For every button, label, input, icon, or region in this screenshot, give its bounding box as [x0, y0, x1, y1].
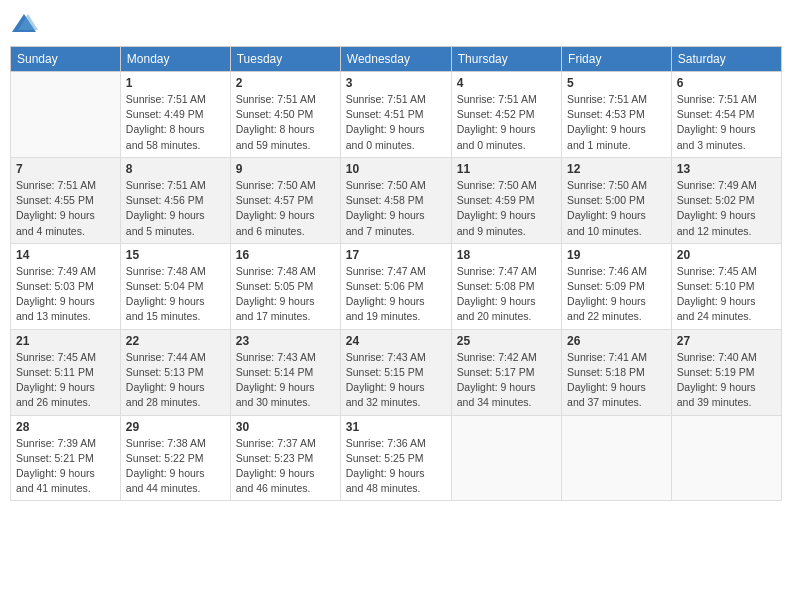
- calendar-cell: 28Sunrise: 7:39 AMSunset: 5:21 PMDayligh…: [11, 415, 121, 501]
- day-detail: Sunrise: 7:36 AMSunset: 5:25 PMDaylight:…: [346, 436, 446, 497]
- day-number: 1: [126, 76, 225, 90]
- calendar-cell: 22Sunrise: 7:44 AMSunset: 5:13 PMDayligh…: [120, 329, 230, 415]
- calendar-cell: 20Sunrise: 7:45 AMSunset: 5:10 PMDayligh…: [671, 243, 781, 329]
- day-detail: Sunrise: 7:51 AMSunset: 4:50 PMDaylight:…: [236, 92, 335, 153]
- day-detail: Sunrise: 7:50 AMSunset: 4:58 PMDaylight:…: [346, 178, 446, 239]
- day-detail: Sunrise: 7:51 AMSunset: 4:49 PMDaylight:…: [126, 92, 225, 153]
- day-detail: Sunrise: 7:51 AMSunset: 4:52 PMDaylight:…: [457, 92, 556, 153]
- day-number: 12: [567, 162, 666, 176]
- day-detail: Sunrise: 7:49 AMSunset: 5:03 PMDaylight:…: [16, 264, 115, 325]
- calendar-cell: 23Sunrise: 7:43 AMSunset: 5:14 PMDayligh…: [230, 329, 340, 415]
- page-header: [10, 10, 782, 38]
- day-detail: Sunrise: 7:45 AMSunset: 5:11 PMDaylight:…: [16, 350, 115, 411]
- calendar-cell: 5Sunrise: 7:51 AMSunset: 4:53 PMDaylight…: [562, 72, 672, 158]
- calendar-cell: [451, 415, 561, 501]
- calendar-week-3: 14Sunrise: 7:49 AMSunset: 5:03 PMDayligh…: [11, 243, 782, 329]
- day-number: 18: [457, 248, 556, 262]
- calendar-cell: 7Sunrise: 7:51 AMSunset: 4:55 PMDaylight…: [11, 157, 121, 243]
- day-number: 26: [567, 334, 666, 348]
- calendar-cell: 19Sunrise: 7:46 AMSunset: 5:09 PMDayligh…: [562, 243, 672, 329]
- header-friday: Friday: [562, 47, 672, 72]
- day-number: 10: [346, 162, 446, 176]
- calendar-cell: 3Sunrise: 7:51 AMSunset: 4:51 PMDaylight…: [340, 72, 451, 158]
- day-detail: Sunrise: 7:39 AMSunset: 5:21 PMDaylight:…: [16, 436, 115, 497]
- day-detail: Sunrise: 7:37 AMSunset: 5:23 PMDaylight:…: [236, 436, 335, 497]
- calendar-body: 1Sunrise: 7:51 AMSunset: 4:49 PMDaylight…: [11, 72, 782, 501]
- day-number: 27: [677, 334, 776, 348]
- header-thursday: Thursday: [451, 47, 561, 72]
- calendar-cell: 13Sunrise: 7:49 AMSunset: 5:02 PMDayligh…: [671, 157, 781, 243]
- day-detail: Sunrise: 7:46 AMSunset: 5:09 PMDaylight:…: [567, 264, 666, 325]
- header-saturday: Saturday: [671, 47, 781, 72]
- calendar-header-row: SundayMondayTuesdayWednesdayThursdayFrid…: [11, 47, 782, 72]
- day-detail: Sunrise: 7:49 AMSunset: 5:02 PMDaylight:…: [677, 178, 776, 239]
- day-detail: Sunrise: 7:47 AMSunset: 5:08 PMDaylight:…: [457, 264, 556, 325]
- day-number: 23: [236, 334, 335, 348]
- day-number: 13: [677, 162, 776, 176]
- calendar-cell: 26Sunrise: 7:41 AMSunset: 5:18 PMDayligh…: [562, 329, 672, 415]
- day-detail: Sunrise: 7:50 AMSunset: 4:57 PMDaylight:…: [236, 178, 335, 239]
- header-wednesday: Wednesday: [340, 47, 451, 72]
- day-detail: Sunrise: 7:41 AMSunset: 5:18 PMDaylight:…: [567, 350, 666, 411]
- day-number: 8: [126, 162, 225, 176]
- day-detail: Sunrise: 7:51 AMSunset: 4:56 PMDaylight:…: [126, 178, 225, 239]
- day-detail: Sunrise: 7:48 AMSunset: 5:05 PMDaylight:…: [236, 264, 335, 325]
- calendar-cell: [562, 415, 672, 501]
- calendar-cell: 8Sunrise: 7:51 AMSunset: 4:56 PMDaylight…: [120, 157, 230, 243]
- calendar-cell: 2Sunrise: 7:51 AMSunset: 4:50 PMDaylight…: [230, 72, 340, 158]
- calendar-week-1: 1Sunrise: 7:51 AMSunset: 4:49 PMDaylight…: [11, 72, 782, 158]
- calendar-cell: [11, 72, 121, 158]
- day-detail: Sunrise: 7:47 AMSunset: 5:06 PMDaylight:…: [346, 264, 446, 325]
- day-number: 20: [677, 248, 776, 262]
- day-detail: Sunrise: 7:43 AMSunset: 5:15 PMDaylight:…: [346, 350, 446, 411]
- day-detail: Sunrise: 7:42 AMSunset: 5:17 PMDaylight:…: [457, 350, 556, 411]
- day-number: 15: [126, 248, 225, 262]
- day-detail: Sunrise: 7:51 AMSunset: 4:51 PMDaylight:…: [346, 92, 446, 153]
- calendar-week-2: 7Sunrise: 7:51 AMSunset: 4:55 PMDaylight…: [11, 157, 782, 243]
- calendar-cell: [671, 415, 781, 501]
- day-detail: Sunrise: 7:51 AMSunset: 4:53 PMDaylight:…: [567, 92, 666, 153]
- day-number: 30: [236, 420, 335, 434]
- calendar-cell: 29Sunrise: 7:38 AMSunset: 5:22 PMDayligh…: [120, 415, 230, 501]
- calendar-cell: 30Sunrise: 7:37 AMSunset: 5:23 PMDayligh…: [230, 415, 340, 501]
- calendar-cell: 14Sunrise: 7:49 AMSunset: 5:03 PMDayligh…: [11, 243, 121, 329]
- day-number: 3: [346, 76, 446, 90]
- day-number: 16: [236, 248, 335, 262]
- day-number: 21: [16, 334, 115, 348]
- day-number: 6: [677, 76, 776, 90]
- calendar-cell: 9Sunrise: 7:50 AMSunset: 4:57 PMDaylight…: [230, 157, 340, 243]
- day-number: 5: [567, 76, 666, 90]
- day-number: 9: [236, 162, 335, 176]
- calendar-cell: 12Sunrise: 7:50 AMSunset: 5:00 PMDayligh…: [562, 157, 672, 243]
- day-number: 31: [346, 420, 446, 434]
- day-number: 25: [457, 334, 556, 348]
- calendar-cell: 27Sunrise: 7:40 AMSunset: 5:19 PMDayligh…: [671, 329, 781, 415]
- day-number: 4: [457, 76, 556, 90]
- calendar-cell: 25Sunrise: 7:42 AMSunset: 5:17 PMDayligh…: [451, 329, 561, 415]
- day-number: 19: [567, 248, 666, 262]
- calendar-cell: 18Sunrise: 7:47 AMSunset: 5:08 PMDayligh…: [451, 243, 561, 329]
- day-detail: Sunrise: 7:50 AMSunset: 5:00 PMDaylight:…: [567, 178, 666, 239]
- day-number: 28: [16, 420, 115, 434]
- day-detail: Sunrise: 7:43 AMSunset: 5:14 PMDaylight:…: [236, 350, 335, 411]
- calendar-cell: 4Sunrise: 7:51 AMSunset: 4:52 PMDaylight…: [451, 72, 561, 158]
- calendar-cell: 11Sunrise: 7:50 AMSunset: 4:59 PMDayligh…: [451, 157, 561, 243]
- day-detail: Sunrise: 7:44 AMSunset: 5:13 PMDaylight:…: [126, 350, 225, 411]
- day-number: 22: [126, 334, 225, 348]
- day-detail: Sunrise: 7:51 AMSunset: 4:55 PMDaylight:…: [16, 178, 115, 239]
- day-detail: Sunrise: 7:40 AMSunset: 5:19 PMDaylight:…: [677, 350, 776, 411]
- calendar-cell: 16Sunrise: 7:48 AMSunset: 5:05 PMDayligh…: [230, 243, 340, 329]
- day-number: 14: [16, 248, 115, 262]
- day-number: 2: [236, 76, 335, 90]
- day-detail: Sunrise: 7:38 AMSunset: 5:22 PMDaylight:…: [126, 436, 225, 497]
- calendar-cell: 1Sunrise: 7:51 AMSunset: 4:49 PMDaylight…: [120, 72, 230, 158]
- calendar-cell: 24Sunrise: 7:43 AMSunset: 5:15 PMDayligh…: [340, 329, 451, 415]
- day-number: 11: [457, 162, 556, 176]
- logo-icon: [10, 10, 38, 38]
- header-sunday: Sunday: [11, 47, 121, 72]
- day-number: 24: [346, 334, 446, 348]
- calendar-week-5: 28Sunrise: 7:39 AMSunset: 5:21 PMDayligh…: [11, 415, 782, 501]
- calendar-cell: 6Sunrise: 7:51 AMSunset: 4:54 PMDaylight…: [671, 72, 781, 158]
- calendar-cell: 10Sunrise: 7:50 AMSunset: 4:58 PMDayligh…: [340, 157, 451, 243]
- calendar-cell: 31Sunrise: 7:36 AMSunset: 5:25 PMDayligh…: [340, 415, 451, 501]
